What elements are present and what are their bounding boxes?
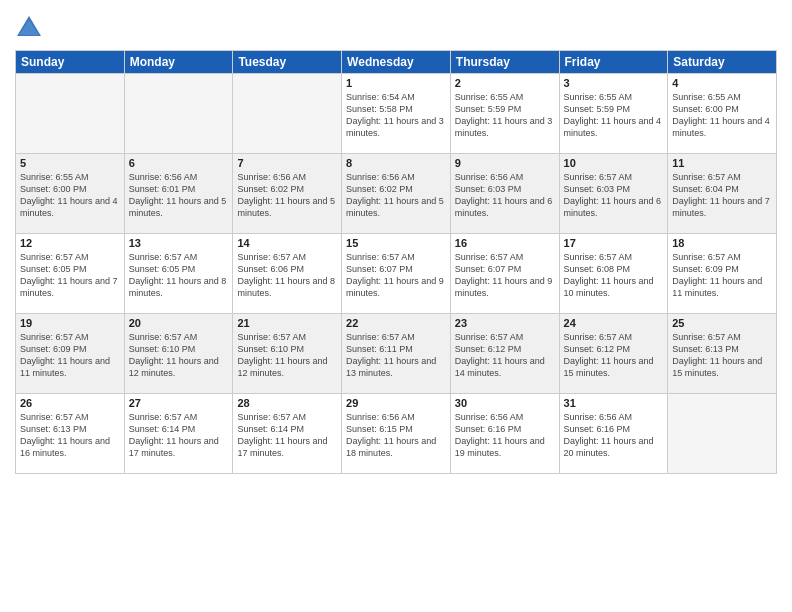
calendar-cell: 28Sunrise: 6:57 AMSunset: 6:14 PMDayligh… xyxy=(233,394,342,474)
day-number: 15 xyxy=(346,237,446,249)
calendar-cell: 1Sunrise: 6:54 AMSunset: 5:58 PMDaylight… xyxy=(342,74,451,154)
day-number: 7 xyxy=(237,157,337,169)
calendar-cell: 11Sunrise: 6:57 AMSunset: 6:04 PMDayligh… xyxy=(668,154,777,234)
day-detail: Sunrise: 6:55 AMSunset: 5:59 PMDaylight:… xyxy=(564,91,664,140)
day-detail: Sunrise: 6:57 AMSunset: 6:13 PMDaylight:… xyxy=(20,411,120,460)
day-detail: Sunrise: 6:55 AMSunset: 6:00 PMDaylight:… xyxy=(20,171,120,220)
weekday-header-tuesday: Tuesday xyxy=(233,51,342,74)
week-row-4: 19Sunrise: 6:57 AMSunset: 6:09 PMDayligh… xyxy=(16,314,777,394)
logo-icon xyxy=(15,14,43,42)
calendar-cell: 19Sunrise: 6:57 AMSunset: 6:09 PMDayligh… xyxy=(16,314,125,394)
calendar-cell: 4Sunrise: 6:55 AMSunset: 6:00 PMDaylight… xyxy=(668,74,777,154)
calendar-cell: 5Sunrise: 6:55 AMSunset: 6:00 PMDaylight… xyxy=(16,154,125,234)
calendar-cell: 30Sunrise: 6:56 AMSunset: 6:16 PMDayligh… xyxy=(450,394,559,474)
calendar-cell: 26Sunrise: 6:57 AMSunset: 6:13 PMDayligh… xyxy=(16,394,125,474)
day-detail: Sunrise: 6:57 AMSunset: 6:06 PMDaylight:… xyxy=(237,251,337,300)
day-number: 16 xyxy=(455,237,555,249)
week-row-1: 1Sunrise: 6:54 AMSunset: 5:58 PMDaylight… xyxy=(16,74,777,154)
calendar-cell: 14Sunrise: 6:57 AMSunset: 6:06 PMDayligh… xyxy=(233,234,342,314)
calendar-cell: 7Sunrise: 6:56 AMSunset: 6:02 PMDaylight… xyxy=(233,154,342,234)
calendar-cell: 13Sunrise: 6:57 AMSunset: 6:05 PMDayligh… xyxy=(124,234,233,314)
day-number: 8 xyxy=(346,157,446,169)
weekday-header-sunday: Sunday xyxy=(16,51,125,74)
day-number: 30 xyxy=(455,397,555,409)
calendar-cell: 3Sunrise: 6:55 AMSunset: 5:59 PMDaylight… xyxy=(559,74,668,154)
weekday-header-monday: Monday xyxy=(124,51,233,74)
calendar-cell: 29Sunrise: 6:56 AMSunset: 6:15 PMDayligh… xyxy=(342,394,451,474)
day-number: 19 xyxy=(20,317,120,329)
day-detail: Sunrise: 6:56 AMSunset: 6:02 PMDaylight:… xyxy=(237,171,337,220)
day-number: 5 xyxy=(20,157,120,169)
page: SundayMondayTuesdayWednesdayThursdayFrid… xyxy=(0,0,792,612)
day-detail: Sunrise: 6:57 AMSunset: 6:09 PMDaylight:… xyxy=(672,251,772,300)
day-detail: Sunrise: 6:55 AMSunset: 6:00 PMDaylight:… xyxy=(672,91,772,140)
day-number: 29 xyxy=(346,397,446,409)
svg-marker-1 xyxy=(19,20,39,35)
day-detail: Sunrise: 6:57 AMSunset: 6:10 PMDaylight:… xyxy=(129,331,229,380)
day-detail: Sunrise: 6:57 AMSunset: 6:12 PMDaylight:… xyxy=(564,331,664,380)
day-number: 22 xyxy=(346,317,446,329)
day-detail: Sunrise: 6:57 AMSunset: 6:14 PMDaylight:… xyxy=(129,411,229,460)
calendar-cell: 12Sunrise: 6:57 AMSunset: 6:05 PMDayligh… xyxy=(16,234,125,314)
day-detail: Sunrise: 6:56 AMSunset: 6:16 PMDaylight:… xyxy=(564,411,664,460)
day-detail: Sunrise: 6:57 AMSunset: 6:10 PMDaylight:… xyxy=(237,331,337,380)
weekday-header-friday: Friday xyxy=(559,51,668,74)
calendar-cell: 31Sunrise: 6:56 AMSunset: 6:16 PMDayligh… xyxy=(559,394,668,474)
calendar: SundayMondayTuesdayWednesdayThursdayFrid… xyxy=(15,50,777,474)
calendar-cell: 22Sunrise: 6:57 AMSunset: 6:11 PMDayligh… xyxy=(342,314,451,394)
day-number: 23 xyxy=(455,317,555,329)
calendar-cell: 17Sunrise: 6:57 AMSunset: 6:08 PMDayligh… xyxy=(559,234,668,314)
day-detail: Sunrise: 6:57 AMSunset: 6:08 PMDaylight:… xyxy=(564,251,664,300)
day-number: 26 xyxy=(20,397,120,409)
day-number: 6 xyxy=(129,157,229,169)
day-number: 13 xyxy=(129,237,229,249)
header xyxy=(15,10,777,42)
day-detail: Sunrise: 6:57 AMSunset: 6:05 PMDaylight:… xyxy=(129,251,229,300)
calendar-cell: 9Sunrise: 6:56 AMSunset: 6:03 PMDaylight… xyxy=(450,154,559,234)
calendar-cell: 16Sunrise: 6:57 AMSunset: 6:07 PMDayligh… xyxy=(450,234,559,314)
day-detail: Sunrise: 6:57 AMSunset: 6:05 PMDaylight:… xyxy=(20,251,120,300)
day-number: 21 xyxy=(237,317,337,329)
day-number: 14 xyxy=(237,237,337,249)
logo xyxy=(15,14,46,42)
calendar-cell xyxy=(124,74,233,154)
day-number: 17 xyxy=(564,237,664,249)
calendar-cell: 23Sunrise: 6:57 AMSunset: 6:12 PMDayligh… xyxy=(450,314,559,394)
day-number: 4 xyxy=(672,77,772,89)
calendar-cell xyxy=(233,74,342,154)
calendar-cell: 21Sunrise: 6:57 AMSunset: 6:10 PMDayligh… xyxy=(233,314,342,394)
day-detail: Sunrise: 6:57 AMSunset: 6:07 PMDaylight:… xyxy=(346,251,446,300)
day-detail: Sunrise: 6:56 AMSunset: 6:03 PMDaylight:… xyxy=(455,171,555,220)
day-detail: Sunrise: 6:56 AMSunset: 6:16 PMDaylight:… xyxy=(455,411,555,460)
day-detail: Sunrise: 6:57 AMSunset: 6:12 PMDaylight:… xyxy=(455,331,555,380)
weekday-header-saturday: Saturday xyxy=(668,51,777,74)
calendar-cell: 20Sunrise: 6:57 AMSunset: 6:10 PMDayligh… xyxy=(124,314,233,394)
day-number: 27 xyxy=(129,397,229,409)
day-detail: Sunrise: 6:57 AMSunset: 6:04 PMDaylight:… xyxy=(672,171,772,220)
day-number: 3 xyxy=(564,77,664,89)
day-detail: Sunrise: 6:56 AMSunset: 6:02 PMDaylight:… xyxy=(346,171,446,220)
calendar-cell: 18Sunrise: 6:57 AMSunset: 6:09 PMDayligh… xyxy=(668,234,777,314)
calendar-cell xyxy=(668,394,777,474)
day-detail: Sunrise: 6:57 AMSunset: 6:13 PMDaylight:… xyxy=(672,331,772,380)
week-row-5: 26Sunrise: 6:57 AMSunset: 6:13 PMDayligh… xyxy=(16,394,777,474)
day-detail: Sunrise: 6:56 AMSunset: 6:01 PMDaylight:… xyxy=(129,171,229,220)
day-number: 9 xyxy=(455,157,555,169)
day-detail: Sunrise: 6:57 AMSunset: 6:03 PMDaylight:… xyxy=(564,171,664,220)
day-number: 25 xyxy=(672,317,772,329)
day-number: 11 xyxy=(672,157,772,169)
calendar-cell: 10Sunrise: 6:57 AMSunset: 6:03 PMDayligh… xyxy=(559,154,668,234)
calendar-cell: 24Sunrise: 6:57 AMSunset: 6:12 PMDayligh… xyxy=(559,314,668,394)
day-detail: Sunrise: 6:57 AMSunset: 6:09 PMDaylight:… xyxy=(20,331,120,380)
calendar-cell: 2Sunrise: 6:55 AMSunset: 5:59 PMDaylight… xyxy=(450,74,559,154)
day-number: 31 xyxy=(564,397,664,409)
week-row-2: 5Sunrise: 6:55 AMSunset: 6:00 PMDaylight… xyxy=(16,154,777,234)
day-number: 28 xyxy=(237,397,337,409)
day-number: 2 xyxy=(455,77,555,89)
day-detail: Sunrise: 6:57 AMSunset: 6:11 PMDaylight:… xyxy=(346,331,446,380)
week-row-3: 12Sunrise: 6:57 AMSunset: 6:05 PMDayligh… xyxy=(16,234,777,314)
day-number: 12 xyxy=(20,237,120,249)
calendar-cell: 15Sunrise: 6:57 AMSunset: 6:07 PMDayligh… xyxy=(342,234,451,314)
calendar-cell: 8Sunrise: 6:56 AMSunset: 6:02 PMDaylight… xyxy=(342,154,451,234)
calendar-cell xyxy=(16,74,125,154)
